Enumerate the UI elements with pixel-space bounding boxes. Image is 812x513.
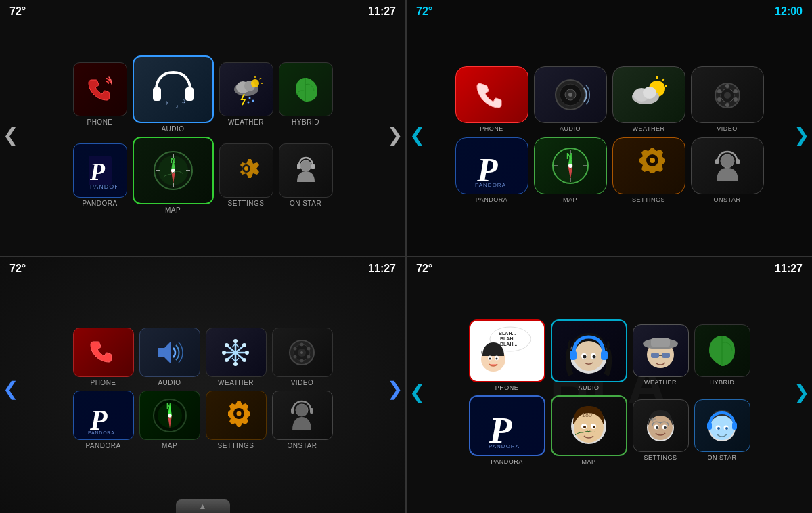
app-map-tr[interactable]: N MAP — [534, 137, 607, 203]
label-onstar-bl: ONSTAR — [288, 442, 317, 449]
svg-point-92 — [307, 347, 311, 350]
svg-point-125 — [583, 355, 587, 358]
app-map-bl[interactable]: N MAP — [139, 391, 200, 449]
app-weather-tl[interactable]: WEATHER — [219, 62, 273, 126]
svg-text:♪: ♪ — [175, 102, 179, 110]
label-onstar-tl: ON STAR — [290, 200, 321, 207]
app-settings-bl[interactable]: SETTINGS — [206, 391, 267, 449]
svg-point-36 — [568, 93, 572, 97]
nav-right-tl[interactable]: ❯ — [387, 124, 403, 146]
time-tl: 11:27 — [368, 5, 396, 18]
app-audio-tl[interactable]: ♪ ♪ ♫ AUDIO — [133, 55, 214, 133]
label-pandora-br: PANDORA — [491, 458, 522, 465]
app-map-br[interactable]: 180 — [551, 395, 627, 465]
svg-point-147 — [664, 426, 667, 429]
label-hybrid-tl: HYBRID — [292, 118, 319, 126]
app-weather-bl[interactable]: WEATHER — [206, 328, 267, 386]
label-audio-tr: AUDIO — [560, 125, 581, 132]
main-grid: 72° 11:27 ❮ — [0, 0, 812, 513]
app-settings-tl[interactable]: SETTINGS — [219, 143, 273, 207]
app-phone-br[interactable]: BLAH... BLAH BLAH... — [469, 319, 545, 391]
label-weather-br: WEATHER — [644, 379, 677, 386]
svg-rect-129 — [651, 338, 670, 347]
label-map-br: MAP — [581, 458, 595, 465]
bottom-bar-bl[interactable]: ▲ — [176, 499, 230, 513]
svg-rect-151 — [732, 422, 737, 430]
label-pandora-tr: PANDORA — [476, 196, 508, 203]
app-pandora-tl[interactable]: P PANDORA PANDORA — [73, 143, 127, 207]
svg-rect-121 — [570, 351, 577, 360]
panel-top-left: 72° 11:27 ❮ — [0, 0, 405, 256]
svg-point-76 — [233, 362, 238, 366]
nav-left-tl[interactable]: ❮ — [3, 124, 18, 146]
header-tr: 72° 12:00 — [407, 0, 812, 20]
svg-text:BLAH...: BLAH... — [499, 331, 516, 336]
nav-left-tr[interactable]: ❮ — [409, 124, 425, 146]
svg-text:♪: ♪ — [165, 99, 168, 106]
label-phone-bl: PHONE — [90, 379, 116, 386]
svg-point-154 — [717, 427, 720, 430]
nav-right-tr[interactable]: ❯ — [794, 124, 809, 146]
app-video-bl[interactable]: VIDEO — [272, 328, 333, 386]
app-hybrid-tl[interactable]: HYBRID — [279, 62, 333, 126]
app-onstar-tl[interactable]: ON STAR — [279, 143, 333, 207]
label-audio-br: AUDIO — [578, 384, 599, 391]
app-onstar-tr[interactable]: ONSTAR — [691, 137, 764, 203]
svg-point-29 — [244, 166, 248, 171]
app-audio-tr[interactable]: AUDIO — [534, 66, 607, 132]
svg-text:BLAH: BLAH — [500, 336, 513, 341]
svg-point-66 — [650, 158, 655, 163]
svg-rect-150 — [707, 422, 712, 430]
app-phone-tr[interactable]: PHONE — [455, 66, 528, 132]
label-map-tl: MAP — [165, 206, 181, 214]
app-video-tr[interactable]: VIDEO — [691, 66, 764, 132]
time-br: 11:27 — [775, 263, 803, 275]
app-settings-br[interactable]: SETTINGS — [633, 399, 689, 461]
nav-left-bl[interactable]: ❮ — [3, 378, 18, 400]
svg-point-146 — [656, 426, 658, 429]
label-video-tr: VIDEO — [717, 125, 738, 132]
svg-point-126 — [593, 355, 596, 358]
temp-tl: 72° — [9, 5, 26, 18]
svg-rect-69 — [736, 159, 740, 164]
svg-point-94 — [300, 359, 304, 362]
app-phone-bl[interactable]: PHONE — [73, 328, 134, 386]
svg-text:PANDORA: PANDORA — [90, 183, 117, 190]
time-bl: 11:27 — [368, 263, 396, 275]
app-audio-bl[interactable]: AUDIO — [139, 328, 200, 386]
svg-point-90 — [300, 351, 303, 354]
label-phone-tl: PHONE — [87, 118, 112, 126]
label-weather-tl: WEATHER — [228, 118, 264, 126]
svg-rect-122 — [601, 351, 608, 360]
app-onstar-bl[interactable]: ONSTAR — [272, 391, 333, 449]
svg-point-78 — [245, 351, 249, 355]
app-settings-tr[interactable]: SETTINGS — [612, 137, 685, 203]
app-pandora-tr[interactable]: P PANDORA PANDORA — [455, 137, 528, 203]
app-audio-br[interactable]: AUDIO — [551, 319, 627, 391]
svg-point-46 — [724, 92, 731, 99]
label-settings-tr: SETTINGS — [632, 196, 665, 203]
nav-right-br[interactable]: ❯ — [794, 381, 809, 403]
svg-point-60 — [568, 164, 572, 168]
svg-point-141 — [593, 426, 595, 428]
label-hybrid-br: HYBRID — [709, 379, 734, 386]
app-map-tl[interactable]: N MAP — [133, 137, 214, 214]
app-pandora-bl[interactable]: P PANDORA PANDORA — [73, 391, 134, 449]
label-onstar-tr: ONSTAR — [714, 196, 741, 203]
app-pandora-br[interactable]: P PANDORA PANDORA — [469, 395, 545, 465]
panel-bottom-left: 72° 11:27 ❮ PHONE — [0, 257, 405, 513]
svg-point-96 — [294, 347, 297, 350]
app-weather-br[interactable]: WEATHER — [633, 324, 689, 386]
app-hybrid-br[interactable]: HYBRID — [694, 324, 750, 386]
svg-point-40 — [643, 87, 656, 99]
svg-text:♫: ♫ — [181, 98, 185, 104]
header-bl: 72° 11:27 — [0, 257, 405, 277]
nav-left-br[interactable]: ❮ — [409, 381, 425, 403]
app-onstar-br[interactable]: ON STAR — [694, 399, 750, 461]
svg-point-91 — [300, 342, 304, 346]
svg-rect-109 — [310, 408, 313, 414]
app-weather-tr[interactable]: WEATHER — [612, 66, 685, 132]
svg-point-80 — [242, 358, 246, 362]
app-phone-tl[interactable]: PHONE — [73, 62, 127, 126]
nav-right-bl[interactable]: ❯ — [387, 378, 403, 400]
